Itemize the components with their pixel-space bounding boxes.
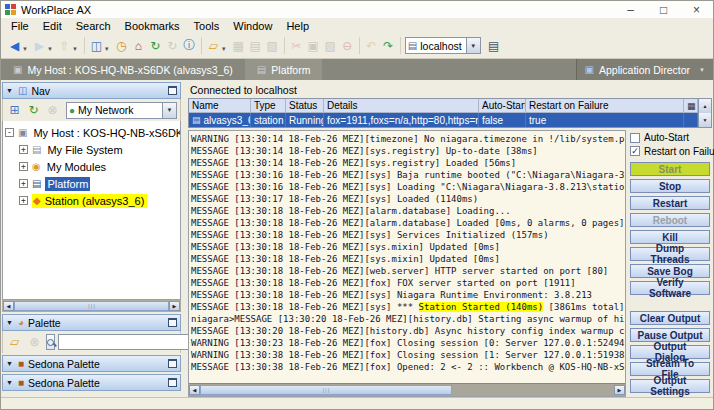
back-caret-icon[interactable]: ▼	[22, 46, 28, 52]
tree-my-modules[interactable]: +◉My Modules	[3, 158, 180, 175]
side-bars-icon[interactable]: ◫	[88, 37, 105, 54]
menu-search[interactable]: Search	[69, 20, 118, 32]
scrollbar-thumb[interactable]	[14, 301, 169, 311]
host-combo[interactable]: ▤localhost	[405, 37, 481, 54]
side-bars-caret-icon[interactable]: ▼	[104, 46, 110, 52]
output-dialog-button[interactable]: Output Dialog	[630, 345, 710, 359]
nav-tree-hscrollbar[interactable]: ◀ ▶	[2, 300, 181, 312]
table-row[interactable]: ▤alvasys3_6stationRunningfox=1911,foxs=n…	[189, 113, 711, 127]
column-header-auto-start[interactable]: Auto-Start	[479, 99, 526, 113]
panel-maximize-icon[interactable]	[168, 318, 177, 327]
expand-expander-icon[interactable]: +	[19, 145, 28, 154]
open-file-icon[interactable]: ▱	[205, 37, 222, 54]
back-icon[interactable]: ◀	[6, 37, 23, 54]
tree-my-host[interactable]: -▣My Host : KOS-HQ-NB-xS6DK (alvasys3_6)	[3, 124, 180, 141]
splitter[interactable]	[181, 82, 188, 397]
tree-platform[interactable]: +▤Platform	[3, 175, 180, 192]
checkbox-icon[interactable]: ✓	[630, 146, 640, 156]
checkbox-auto-start[interactable]: Auto-Start	[630, 132, 710, 144]
panel-maximize-icon[interactable]	[168, 359, 177, 368]
column-header-details[interactable]: Details	[324, 99, 479, 113]
column-header-status[interactable]: Status	[286, 99, 324, 113]
checkbox-restart-on-failure[interactable]: ✓Restart on Failure	[630, 146, 710, 158]
menu-file[interactable]: File	[4, 20, 36, 32]
menu-edit[interactable]: Edit	[36, 20, 69, 32]
expand-expander-icon[interactable]: +	[19, 179, 28, 188]
toolbar-group: ▱▼▦▤▧	[202, 37, 285, 54]
palette-panel-title: Palette	[28, 317, 61, 329]
verify-software-button[interactable]: Verify Software	[630, 281, 710, 295]
collapse-expander-icon[interactable]: -	[5, 128, 14, 137]
save-bog-button[interactable]: Save Bog	[630, 264, 710, 278]
menu-window[interactable]: Window	[226, 20, 279, 32]
home-icon[interactable]: ⌂	[130, 37, 147, 54]
stream-to-file-button[interactable]: Stream To File	[630, 362, 710, 376]
scope-combo-caret[interactable]	[162, 103, 176, 118]
console-hscrollbar[interactable]: ◀ ▶	[189, 383, 625, 396]
column-header-type[interactable]: Type	[251, 99, 286, 113]
sedona-palette-header-1[interactable]: ▼ ■ Sedona Palette	[2, 355, 181, 372]
scroll-left-icon[interactable]: ◀	[3, 301, 14, 311]
column-header-restart-on-failure[interactable]: Restart on Failure	[526, 99, 684, 113]
recent-icon[interactable]: ◷	[113, 37, 130, 54]
tab-my-host[interactable]: ▣My Host : KOS-HQ-NB-xS6DK (alvasys3_6)	[1, 59, 245, 80]
tree-my-file-system[interactable]: +▤My File System	[3, 141, 180, 158]
restart-button[interactable]: Restart	[630, 196, 710, 210]
refresh-tree-icon[interactable]: ↻	[25, 102, 42, 119]
view-selector-dropdown[interactable]: ▣ Application Director	[576, 59, 713, 80]
collapse-caret-icon[interactable]: ▼	[6, 319, 13, 326]
scope-combo[interactable]: ●My Network	[66, 102, 177, 119]
log-line: MESSAGE [13:30:14 18-Feb-26 MEZ][sys.reg…	[191, 145, 625, 157]
station-table: NameTypeStatusDetailsAuto-StartRestart o…	[188, 98, 712, 128]
host-combo-caret[interactable]	[466, 38, 480, 53]
nav-panel-header[interactable]: ▼ ◫ Nav	[2, 82, 181, 99]
kill-button[interactable]: Kill	[630, 230, 710, 244]
scroll-left-icon[interactable]: ◀	[189, 385, 200, 395]
table-scroll-up-icon[interactable]: ▲	[698, 99, 711, 113]
pause-output-button[interactable]: Pause Output	[630, 328, 710, 342]
open-file-caret-icon[interactable]: ▼	[221, 46, 227, 52]
open-palette-icon[interactable]: ▱	[6, 334, 23, 351]
clear-output-button[interactable]: Clear Output	[630, 311, 710, 325]
menu-help[interactable]: Help	[279, 20, 316, 32]
maximize-button[interactable]: □	[647, 2, 680, 18]
scroll-right-icon[interactable]: ▶	[614, 385, 625, 395]
column-header-name[interactable]: Name	[189, 99, 251, 113]
close-button[interactable]: ×	[680, 2, 713, 18]
reboot-button: Reboot	[630, 213, 710, 227]
collapse-caret-icon[interactable]: ▼	[6, 87, 13, 94]
refresh-icon[interactable]: ↻	[147, 37, 164, 54]
palette-search-icon[interactable]	[46, 334, 55, 350]
table-options-cell[interactable]: ▦	[684, 99, 698, 113]
collapse-caret-icon[interactable]: ▼	[6, 360, 13, 367]
menu-tools[interactable]: Tools	[187, 20, 227, 32]
collapse-caret-icon[interactable]: ▼	[6, 379, 13, 386]
panel-maximize-icon[interactable]	[168, 378, 177, 387]
expand-expander-icon[interactable]: +	[19, 196, 28, 205]
forward-icon: ▶	[31, 37, 48, 54]
redo-icon[interactable]: ↷	[380, 37, 397, 54]
tree-station[interactable]: +◆Station (alvasys3_6)	[3, 192, 180, 209]
table-scroll-down-icon[interactable]: ▼	[698, 113, 711, 127]
palette-panel-header[interactable]: ▼ ◕ Palette	[2, 314, 181, 331]
panel-maximize-icon[interactable]	[168, 86, 177, 95]
hierarchy-icon[interactable]: ⊞	[6, 102, 23, 119]
scroll-right-icon[interactable]: ▶	[169, 301, 180, 311]
scrollbar-thumb[interactable]	[200, 385, 452, 395]
dump-threads-button[interactable]: Dump Threads	[630, 247, 710, 261]
info-icon[interactable]: ⓘ	[181, 37, 198, 54]
table-options-icon[interactable]: ▦	[687, 101, 696, 111]
host-views-icon[interactable]: ▤	[485, 37, 503, 54]
log-line: MESSAGE [13:30:16 18-Feb-26 MEZ][sys] Ba…	[191, 169, 625, 181]
nav-panel-icon: ◫	[18, 85, 27, 96]
menu-bookmarks[interactable]: Bookmarks	[118, 20, 187, 32]
tab-platform[interactable]: ▤Platform	[245, 59, 323, 80]
expand-expander-icon[interactable]: +	[19, 162, 28, 171]
sedona-palette-header-2[interactable]: ▼ ■ Sedona Palette	[2, 374, 181, 391]
minimize-button[interactable]: –	[614, 2, 647, 18]
checkbox-icon[interactable]	[630, 133, 640, 143]
stop-button[interactable]: Stop	[630, 179, 710, 193]
application-director-icon: ▣	[585, 64, 594, 75]
palette-search-input[interactable]	[58, 334, 196, 350]
output-settings-button[interactable]: Output Settings	[630, 379, 710, 393]
